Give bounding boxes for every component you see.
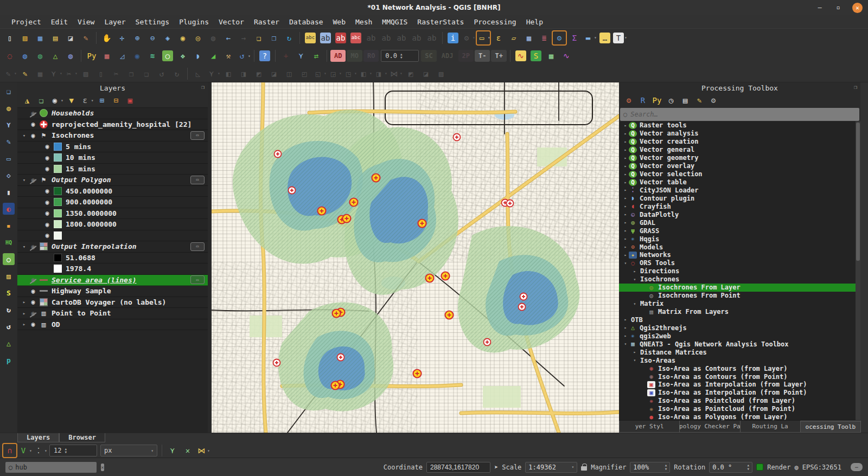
menu-plugins[interactable]: Plugins bbox=[174, 17, 214, 27]
sld4raster-button[interactable]: S bbox=[529, 49, 543, 63]
layer-visibility-eye-icon[interactable]: ◉ bbox=[42, 221, 53, 228]
mmqgis-tools-button[interactable]: ◍ bbox=[63, 49, 78, 63]
menu-layer[interactable]: Layer bbox=[99, 17, 130, 27]
layer-visibility-eye-icon[interactable]: ◉ bbox=[28, 287, 39, 295]
algorithm-row[interactable]: ▸◍GDAL bbox=[619, 218, 860, 227]
advanced-digitizing-adj-button[interactable]: ADJ bbox=[438, 50, 457, 62]
algorithm-row[interactable]: ▸QVector general bbox=[619, 146, 860, 154]
expander-icon[interactable]: ▸ bbox=[622, 333, 629, 338]
new-spatial-bookmark-button[interactable]: ❏ bbox=[252, 31, 266, 45]
options-wrench-button[interactable]: ⚙ bbox=[707, 94, 719, 106]
expander-icon[interactable]: ▸ bbox=[622, 245, 629, 249]
python-scripts-button[interactable]: Py bbox=[651, 94, 663, 106]
bucket-tool-button[interactable]: ▮ bbox=[2, 185, 15, 198]
expander-icon[interactable]: ▸ bbox=[21, 299, 28, 305]
expander-icon[interactable]: ▾ bbox=[631, 358, 638, 363]
spin-arrows-icon[interactable]: ▲▼ bbox=[400, 53, 403, 60]
layer-row[interactable]: ▸◉▥OD bbox=[17, 319, 208, 331]
expand-all-layers-button[interactable]: ⊞ bbox=[96, 94, 108, 106]
polygon-tool-button[interactable]: ◇ bbox=[2, 169, 15, 182]
layer-visibility-eye-icon[interactable]: ◉ bbox=[42, 187, 53, 195]
r-scripts-button[interactable]: R bbox=[637, 94, 649, 106]
advanced-digitizing-ro-button[interactable]: RO bbox=[363, 50, 379, 62]
plugin-chip-button[interactable]: ▭ bbox=[2, 152, 15, 165]
save-layer-edits-button[interactable]: ▦ bbox=[33, 67, 47, 81]
advanced-digitizing-sc-button[interactable]: SC bbox=[421, 50, 436, 62]
expander-icon[interactable]: ▸ bbox=[622, 180, 629, 185]
processing-search[interactable]: ○ bbox=[620, 108, 859, 121]
processing-toolbox-toggle-button[interactable]: ⚙ bbox=[552, 31, 566, 45]
layer-visibility-eye-icon[interactable]: ◉ bbox=[28, 176, 39, 184]
menu-edit[interactable]: Edit bbox=[46, 17, 73, 27]
zoom-native-resolution-button[interactable]: ◍ bbox=[206, 31, 220, 45]
expander-icon[interactable]: ▸ bbox=[622, 196, 629, 201]
tab-layers[interactable]: Layers bbox=[17, 433, 59, 442]
algorithm-row[interactable]: ▸QVector creation bbox=[619, 138, 860, 146]
open-attribute-table-button[interactable]: ▦ bbox=[522, 31, 536, 45]
layer-row[interactable]: ◉1350.0000000 bbox=[17, 208, 208, 220]
open-project-button[interactable]: ▨ bbox=[18, 31, 32, 45]
topological-editing-button[interactable]: ⋎ bbox=[165, 443, 180, 458]
layer-row[interactable]: ◉1800.0000000 bbox=[17, 219, 208, 230]
show-layout-manager-button[interactable]: ◪ bbox=[63, 31, 78, 45]
simplify-feature-button[interactable]: ◨ bbox=[237, 67, 251, 81]
move-features-button[interactable]: ⋎▾ bbox=[206, 67, 220, 81]
algorithm-row[interactable]: ◉Iso-Area as Contours (from Layer) bbox=[619, 364, 860, 372]
layer-visibility-eye-icon[interactable]: ◉ bbox=[28, 310, 39, 317]
algorithm-row[interactable]: ❋Iso-Area as Pointcloud (from Point) bbox=[619, 405, 860, 413]
map-canvas[interactable] bbox=[212, 82, 619, 433]
help-contents-button[interactable]: ? bbox=[258, 49, 272, 63]
profile-terrain-button[interactable]: ◢ bbox=[206, 49, 220, 63]
tab-browser[interactable]: Browser bbox=[59, 433, 105, 442]
models-menu-button[interactable]: ⚙ bbox=[623, 94, 635, 106]
rotation-spin[interactable]: 0.0 ° ▲▼ bbox=[709, 462, 752, 473]
zoom-to-layer-button[interactable]: ◎ bbox=[191, 31, 205, 45]
identify-features-button[interactable]: i bbox=[446, 31, 460, 45]
save-web-layer-button[interactable]: ◍ bbox=[33, 49, 47, 63]
text-bigger-button[interactable]: T+ bbox=[491, 50, 506, 62]
layer-row[interactable]: ◉ bbox=[17, 230, 208, 242]
new-project-button[interactable]: ▯ bbox=[3, 31, 17, 45]
delete-selected-button[interactable]: ▯ bbox=[94, 67, 108, 81]
layer-row[interactable]: ▾◉Output Interpolation▭ bbox=[17, 241, 208, 253]
expander-icon[interactable]: ▸ bbox=[622, 317, 629, 322]
chevron-down-icon[interactable]: ▾ bbox=[151, 448, 154, 453]
algorithm-row[interactable]: ▸◵DataPlotly bbox=[619, 210, 860, 218]
layer-row[interactable]: ◉reprojected_amenity_hospital [22] bbox=[17, 119, 208, 131]
angle-spin[interactable]: 0.0▲▼ bbox=[381, 50, 419, 62]
panel-float-icon[interactable]: ❐ bbox=[201, 84, 205, 90]
tab-processing-toolbox[interactable]: ocessing Toolb bbox=[800, 421, 861, 433]
locator-input[interactable] bbox=[15, 464, 98, 471]
menu-raster[interactable]: Raster bbox=[249, 17, 284, 27]
rotate-label-button[interactable]: ab bbox=[379, 31, 393, 45]
layer-visibility-eye-icon[interactable]: ◉ bbox=[42, 231, 53, 239]
statistics-panel-button[interactable]: Σ bbox=[567, 31, 582, 45]
search-plugin-button[interactable]: ○ bbox=[2, 253, 15, 266]
algorithm-row[interactable]: ▸⁚CityJSON Loader bbox=[619, 186, 860, 195]
map-tips-button[interactable]: … bbox=[598, 31, 612, 45]
qgis2threejs-button[interactable]: △ bbox=[48, 49, 62, 63]
digitize-with-segment-button[interactable]: ⋎▾ bbox=[48, 67, 62, 81]
advanced-digitizing-2p-button[interactable]: 2P bbox=[458, 50, 474, 62]
advanced-digitizing-mo-button[interactable]: MO bbox=[347, 50, 362, 62]
close-button[interactable]: ✕ bbox=[852, 3, 863, 13]
menu-settings[interactable]: Settings bbox=[131, 17, 175, 27]
algorithm-row[interactable]: ▸QVector selection bbox=[619, 170, 860, 178]
layer-row[interactable]: ▾◉⚑Output Polygon▭ bbox=[17, 175, 208, 186]
layer-indicator-widget[interactable]: ▭ bbox=[190, 176, 205, 184]
algorithm-row[interactable]: ▸Directions bbox=[619, 267, 860, 275]
algorithm-row[interactable]: ▣Iso-Area as Interpolation (from Layer) bbox=[619, 381, 860, 389]
pin-labels-button[interactable]: ab bbox=[334, 31, 348, 45]
layer-visibility-eye-icon[interactable]: ◉ bbox=[42, 143, 53, 150]
expander-icon[interactable]: ▸ bbox=[622, 172, 629, 177]
expander-icon[interactable]: ▸ bbox=[631, 269, 638, 274]
layer-row[interactable]: ▾◉⚑Isochrones▭ bbox=[17, 130, 208, 141]
spin-arrows-icon[interactable]: ▲▼ bbox=[65, 447, 67, 454]
tab-layer-styling[interactable]: yer Styl bbox=[619, 421, 680, 433]
algorithm-row[interactable]: ▾◌ORS Tools bbox=[619, 259, 860, 267]
attribute-refresh-button[interactable]: ⇄ bbox=[309, 49, 323, 63]
quickmapservices-button[interactable]: ❖ bbox=[176, 49, 190, 63]
processing-search-input[interactable] bbox=[630, 111, 856, 118]
layer-row[interactable]: 51.0688 bbox=[17, 253, 208, 264]
spin-arrows-icon[interactable]: ▲▼ bbox=[665, 464, 667, 471]
